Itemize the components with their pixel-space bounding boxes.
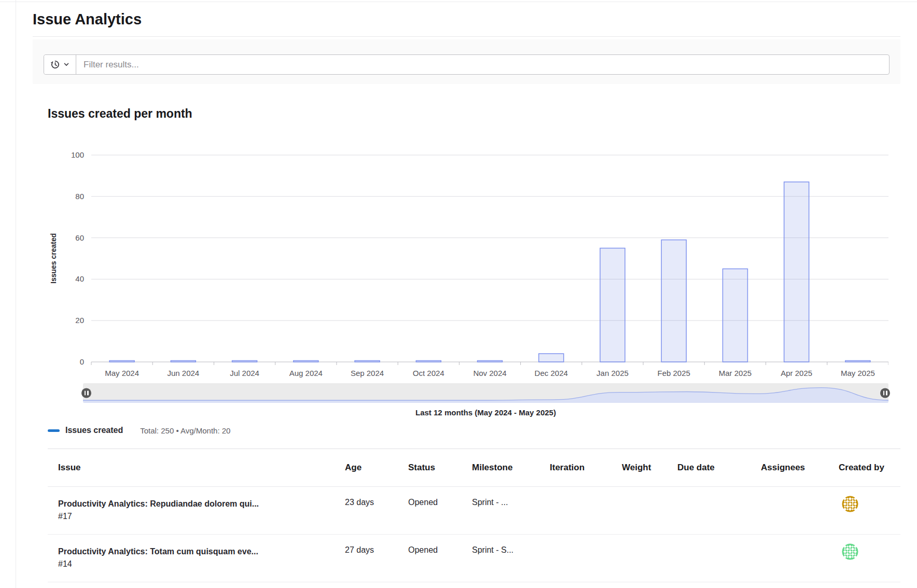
table-row: Productivity Analytics: Totam cum quisqu… xyxy=(48,535,900,582)
svg-text:Oct 2024: Oct 2024 xyxy=(413,369,444,377)
column-header-status: Status xyxy=(408,463,472,473)
issue-reference: #14 xyxy=(58,558,345,570)
svg-text:40: 40 xyxy=(75,274,84,283)
issues-created-chart-area: Issues created 020406080100May 2024Jun 2… xyxy=(48,146,900,382)
column-header-weight: Weight xyxy=(622,463,677,473)
issue-status: Opened xyxy=(408,545,472,582)
issue-age: 27 days xyxy=(345,545,408,582)
svg-text:Sep 2024: Sep 2024 xyxy=(351,369,384,377)
issues-table: Issue Age Status Milestone Iteration Wei… xyxy=(48,449,900,582)
column-header-age: Age xyxy=(345,463,408,473)
svg-text:Jan 2025: Jan 2025 xyxy=(596,369,629,377)
drag-grip-icon xyxy=(85,391,86,396)
column-header-milestone: Milestone xyxy=(472,463,550,473)
issue-status: Opened xyxy=(408,498,472,534)
chevron-down-icon xyxy=(64,63,69,66)
issue-due-date xyxy=(677,498,761,534)
created-by-avatar[interactable] xyxy=(842,496,858,512)
range-slider-left-handle[interactable] xyxy=(81,388,91,398)
issue-iteration xyxy=(550,498,622,534)
filter-results-input[interactable] xyxy=(76,55,889,74)
svg-text:0: 0 xyxy=(80,357,84,366)
filter-bar-section xyxy=(33,39,900,84)
bar-chart[interactable]: 020406080100May 2024Jun 2024Jul 2024Aug … xyxy=(48,146,888,382)
issue-weight xyxy=(622,498,677,534)
column-header-issue: Issue xyxy=(48,463,345,473)
drag-grip-icon xyxy=(87,391,89,396)
issue-reference: #17 xyxy=(58,510,345,522)
content-left-border xyxy=(16,0,16,588)
svg-text:Aug 2024: Aug 2024 xyxy=(289,369,323,377)
history-icon xyxy=(51,60,60,69)
issue-title-link[interactable]: Productivity Analytics: Repudiandae dolo… xyxy=(58,498,345,510)
page-title: Issue Analytics xyxy=(33,0,900,37)
range-slider-right-handle[interactable] xyxy=(880,388,890,398)
svg-text:Jul 2024: Jul 2024 xyxy=(230,369,259,377)
column-header-iteration: Iteration xyxy=(550,463,622,473)
table-header-row: Issue Age Status Milestone Iteration Wei… xyxy=(48,449,900,487)
table-row: Productivity Analytics: Repudiandae dolo… xyxy=(48,487,900,535)
chart-range-caption: Last 12 months (May 2024 - May 2025) xyxy=(83,408,888,417)
svg-text:Apr 2025: Apr 2025 xyxy=(781,369,812,377)
svg-text:May 2024: May 2024 xyxy=(105,369,139,377)
created-by-avatar[interactable] xyxy=(842,543,858,560)
drag-grip-icon xyxy=(886,391,887,396)
issue-title-link[interactable]: Productivity Analytics: Totam cum quisqu… xyxy=(58,545,345,557)
issue-assignees xyxy=(761,545,839,582)
svg-text:20: 20 xyxy=(75,316,84,325)
svg-text:80: 80 xyxy=(75,192,84,201)
issue-assignees xyxy=(761,498,839,534)
issue-weight xyxy=(622,545,677,582)
search-history-dropdown-button[interactable] xyxy=(44,55,76,74)
legend-series-stats: Total: 250 • Avg/Month: 20 xyxy=(140,426,230,435)
issue-due-date xyxy=(677,545,761,582)
legend-series-marker xyxy=(48,429,60,432)
svg-text:60: 60 xyxy=(75,233,84,242)
legend-series-label: Issues created xyxy=(65,426,123,435)
y-axis-label: Issues created xyxy=(49,196,58,320)
svg-text:Jun 2024: Jun 2024 xyxy=(167,369,199,377)
chart-title: Issues created per month xyxy=(48,107,900,121)
issue-iteration xyxy=(550,545,622,582)
svg-text:Mar 2025: Mar 2025 xyxy=(719,369,752,377)
chart-range-slider[interactable] xyxy=(83,383,888,403)
chart-minimap xyxy=(83,383,888,403)
milestone-link[interactable]: Sprint - ... xyxy=(472,498,508,507)
drag-grip-icon xyxy=(883,391,885,396)
column-header-assignees: Assignees xyxy=(761,463,839,473)
issue-age: 23 days xyxy=(345,498,408,534)
column-header-created-by: Created by xyxy=(839,463,900,473)
svg-text:Feb 2025: Feb 2025 xyxy=(657,369,690,377)
filtered-search-box xyxy=(44,54,890,75)
issue-analytics-page: Issue Analytics Issues xyxy=(33,0,900,582)
column-header-due-date: Due date xyxy=(677,463,761,473)
chart-legend[interactable]: Issues created Total: 250 • Avg/Month: 2… xyxy=(48,426,900,435)
svg-text:May 2025: May 2025 xyxy=(841,369,875,377)
milestone-link[interactable]: Sprint - S... xyxy=(472,545,513,554)
svg-text:Nov 2024: Nov 2024 xyxy=(473,369,506,377)
svg-text:Dec 2024: Dec 2024 xyxy=(535,369,568,377)
svg-text:100: 100 xyxy=(71,150,84,159)
